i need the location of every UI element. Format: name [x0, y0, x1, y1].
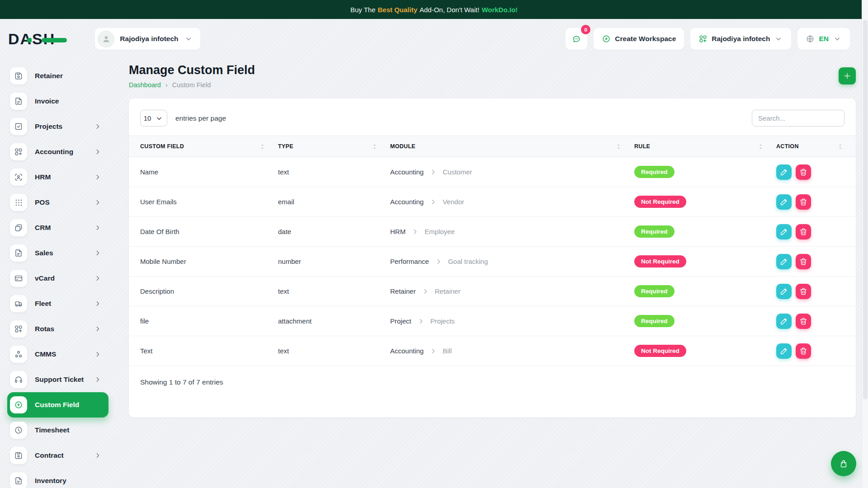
sidebar-item-contract[interactable]: Contract: [7, 443, 108, 468]
delete-button[interactable]: [796, 194, 811, 210]
delete-button[interactable]: [796, 314, 811, 329]
sidebar-item-label: Contract: [35, 451, 64, 460]
edit-button[interactable]: [776, 224, 792, 239]
cell-type: date: [278, 217, 390, 247]
cell-action: [776, 157, 856, 187]
column-label: TYPE: [278, 143, 293, 150]
sort-icon[interactable]: [837, 143, 843, 150]
chevron-down-icon: [833, 34, 842, 43]
table-row: User EmailsemailAccountingVendorNot Requ…: [129, 187, 856, 217]
delete-button[interactable]: [796, 343, 811, 359]
column-header-custom-field[interactable]: CUSTOM FIELD: [129, 136, 278, 157]
chevron-right-icon: [93, 122, 102, 131]
language-selector[interactable]: EN: [797, 28, 850, 50]
edit-button[interactable]: [776, 284, 792, 299]
header-bar: DASH Rajodiya infotech 0 Create Workspac…: [0, 19, 868, 59]
sort-icon[interactable]: [372, 143, 377, 150]
column-header-rule[interactable]: RULE: [634, 136, 776, 157]
column-header-type[interactable]: TYPE: [278, 136, 390, 157]
messages-button[interactable]: 0: [566, 28, 587, 50]
sidebar-item-fleet[interactable]: Fleet: [7, 291, 108, 316]
marketplace-fab-button[interactable]: [831, 451, 856, 476]
cell-module: AccountingCustomer: [390, 157, 634, 187]
edit-button[interactable]: [776, 343, 792, 359]
rule-badge: Required: [634, 166, 675, 178]
sort-icon[interactable]: [616, 143, 622, 150]
sort-icon[interactable]: [259, 143, 265, 150]
sidebar-item-cmms[interactable]: CMMS: [7, 342, 108, 367]
module-parent: HRM: [390, 228, 406, 235]
floppy-icon: [10, 67, 27, 84]
language-label: EN: [819, 35, 829, 43]
sidebar-item-accounting[interactable]: Accounting: [7, 139, 108, 164]
module-parent: Project: [390, 317, 411, 325]
table-row: Date Of BirthdateHRMEmployeeRequired: [129, 217, 856, 247]
sidebar-item-custom-field[interactable]: Custom Field: [7, 392, 108, 418]
scrollbar-thumb[interactable]: [863, 20, 868, 399]
sidebar-item-pos[interactable]: POS: [7, 190, 108, 215]
delete-button[interactable]: [796, 224, 811, 239]
entries-per-page-label: entries per page: [175, 114, 226, 122]
table-row: Mobile NumbernumberPerformanceGoal track…: [129, 247, 856, 277]
plus-icon: [843, 71, 852, 80]
page-scrollbar[interactable]: [862, 0, 868, 488]
column-header-module[interactable]: MODULE: [390, 136, 634, 157]
company-selector[interactable]: Rajodiya infotech: [690, 28, 791, 50]
grid-plus-icon: [10, 143, 27, 160]
sidebar-item-retainer[interactable]: Retainer: [7, 63, 108, 89]
add-custom-field-button[interactable]: [839, 67, 856, 84]
breadcrumb-dashboard-link[interactable]: Dashboard: [129, 81, 161, 89]
delete-button[interactable]: [796, 254, 811, 269]
entries-per-page-select[interactable]: 10: [140, 110, 167, 127]
sidebar-item-crm[interactable]: CRM: [7, 215, 108, 240]
chevron-right-icon: [93, 223, 102, 232]
floppy-icon: [10, 447, 27, 464]
workspace-selector[interactable]: Rajodiya infotech: [95, 28, 200, 50]
sidebar-item-vcard[interactable]: vCard: [7, 266, 108, 291]
column-label: ACTION: [776, 143, 799, 150]
edit-button[interactable]: [776, 194, 792, 210]
column-header-action[interactable]: ACTION: [776, 136, 856, 157]
trash-icon: [799, 347, 808, 356]
sidebar-item-inventory[interactable]: Inventory: [7, 468, 108, 488]
table-row: NametextAccountingCustomerRequired: [129, 157, 856, 187]
app-logo[interactable]: DASH: [27, 30, 67, 48]
module-child: Bill: [443, 347, 452, 355]
chevron-right-icon: [93, 173, 102, 182]
edit-button[interactable]: [776, 314, 792, 329]
cell-action: [776, 306, 856, 336]
search-input[interactable]: [752, 110, 844, 127]
logo-accent-dot: [27, 38, 32, 42]
delete-button[interactable]: [796, 284, 811, 299]
chevron-right-icon: [416, 317, 425, 326]
sidebar-item-label: Invoice: [35, 97, 59, 105]
sidebar-item-timesheet[interactable]: Timesheet: [7, 418, 108, 443]
sidebar-item-support-ticket[interactable]: Support Ticket: [7, 367, 108, 392]
banner-link[interactable]: WorkDo.Io!: [481, 6, 518, 14]
rule-badge: Not Required: [634, 196, 686, 208]
cell-type: text: [278, 277, 390, 306]
cell-rule: Not Required: [634, 247, 776, 277]
edit-button[interactable]: [776, 254, 792, 269]
sidebar-item-hrm[interactable]: HRM: [7, 164, 108, 190]
chevron-right-icon: [93, 324, 102, 333]
sort-icon[interactable]: [758, 143, 764, 150]
banner-highlight: Best Quality: [377, 6, 417, 14]
sidebar-item-label: Accounting: [35, 148, 73, 156]
delete-button[interactable]: [796, 164, 811, 180]
sidebar-item-invoice[interactable]: Invoice: [7, 89, 108, 114]
edit-button[interactable]: [776, 164, 792, 180]
pencil-icon: [779, 168, 788, 177]
sidebar-item-label: Inventory: [35, 477, 66, 485]
create-workspace-label: Create Workspace: [615, 35, 676, 43]
sidebar-item-sales[interactable]: Sales: [7, 240, 108, 266]
cell-rule: Required: [634, 306, 776, 336]
sidebar-item-projects[interactable]: Projects: [7, 114, 108, 139]
cell-module: RetainerRetainer: [390, 277, 634, 306]
sidebar-item-rotas[interactable]: Rotas: [7, 316, 108, 342]
table-summary: Showing 1 to 7 of 7 entries: [140, 378, 844, 386]
create-workspace-button[interactable]: Create Workspace: [594, 28, 684, 50]
rule-badge: Required: [634, 285, 675, 297]
chevron-right-icon: [421, 287, 430, 296]
module-parent: Performance: [390, 258, 429, 265]
